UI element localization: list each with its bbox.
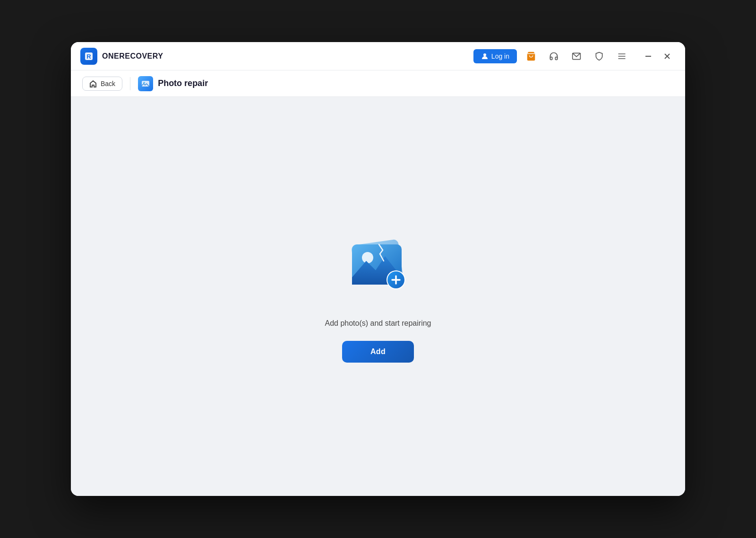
page-title-area: Photo repair [138, 76, 208, 91]
back-button[interactable]: Back [82, 77, 122, 91]
add-button[interactable]: Add [342, 341, 414, 363]
headset-button[interactable] [545, 48, 562, 65]
photo-repair-icon [138, 76, 153, 91]
main-content: Add photo(s) and start repairing Add [71, 97, 685, 496]
photo-repair-illustration [340, 230, 416, 306]
menu-button[interactable] [613, 48, 630, 65]
app-logo-icon: R [80, 48, 97, 65]
logo-area: R ONERECOVERY [80, 48, 473, 65]
cart-button[interactable] [523, 48, 540, 65]
minimize-icon [645, 56, 651, 57]
minimize-button[interactable] [640, 48, 657, 65]
login-button[interactable]: Log in [473, 49, 517, 63]
title-bar: R ONERECOVERY Log in [71, 42, 685, 70]
shield-icon [594, 52, 604, 61]
app-name: ONERECOVERY [102, 52, 163, 61]
mail-icon [572, 52, 581, 61]
window-controls [640, 48, 676, 65]
app-window: R ONERECOVERY Log in [71, 42, 685, 496]
title-bar-actions: Log in [473, 48, 676, 65]
svg-point-2 [483, 53, 486, 56]
home-icon [89, 80, 97, 87]
menu-icon [617, 52, 627, 61]
user-icon [481, 52, 489, 60]
page-title: Photo repair [158, 78, 208, 88]
nav-divider [130, 77, 130, 90]
close-icon [664, 53, 670, 59]
nav-bar: Back Photo repair [71, 70, 685, 97]
add-photos-text: Add photo(s) and start repairing [325, 319, 431, 328]
cart-icon [526, 51, 536, 61]
shield-button[interactable] [591, 48, 608, 65]
svg-point-15 [362, 252, 373, 263]
close-button[interactable] [659, 48, 676, 65]
mail-button[interactable] [568, 48, 585, 65]
svg-text:R: R [86, 53, 91, 60]
headset-icon [549, 52, 558, 61]
